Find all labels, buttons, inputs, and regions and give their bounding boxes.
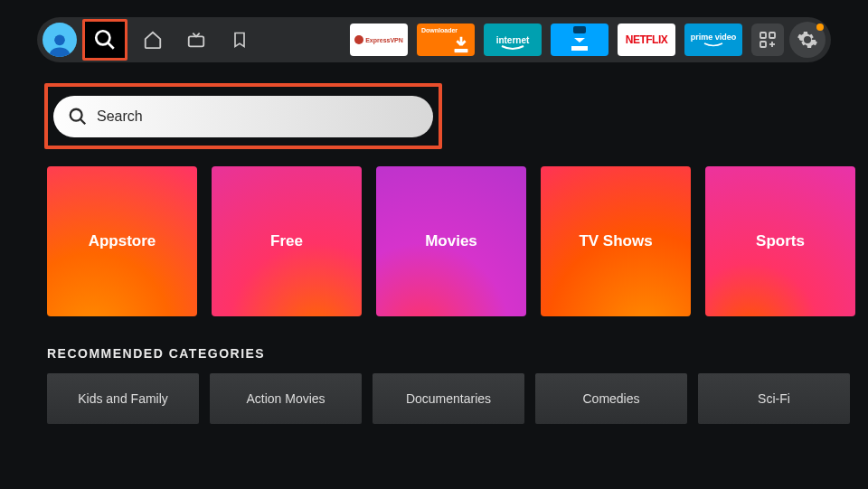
app-label: ExpressVPN xyxy=(365,37,403,43)
svg-line-14 xyxy=(80,118,86,124)
rec-label: Documentaries xyxy=(406,391,491,406)
svg-rect-8 xyxy=(760,33,766,38)
rec-label: Action Movies xyxy=(246,391,325,406)
svg-rect-10 xyxy=(760,42,766,47)
rec-label: Sci-Fi xyxy=(758,391,790,406)
app-label: NETFLIX xyxy=(626,33,668,46)
category-tiles-row: Appstore Free Movies TV Shows Sports xyxy=(47,166,855,316)
rec-documentaries[interactable]: Documentaries xyxy=(373,373,524,424)
tile-free[interactable]: Free xyxy=(212,166,362,316)
app-downloader[interactable]: Downloader xyxy=(417,24,475,56)
tile-label: Movies xyxy=(425,232,477,250)
recommended-header: RECOMMENDED CATEGORIES xyxy=(47,346,265,361)
svg-rect-9 xyxy=(769,33,775,38)
bookmark-icon[interactable] xyxy=(222,22,258,58)
svg-point-1 xyxy=(96,31,109,44)
tile-label: Appstore xyxy=(89,232,156,250)
search-icon xyxy=(68,107,88,127)
nav-search-highlighted[interactable] xyxy=(82,19,127,61)
profile-avatar[interactable] xyxy=(42,23,77,57)
search-input[interactable]: Search xyxy=(53,96,433,137)
rec-label: Comedies xyxy=(582,391,639,406)
svg-line-2 xyxy=(108,42,114,49)
tile-label: Sports xyxy=(756,232,805,250)
app-downloader-blue[interactable] xyxy=(551,24,609,56)
tile-sports[interactable]: Sports xyxy=(705,166,855,316)
tile-appstore[interactable]: Appstore xyxy=(47,166,197,316)
home-icon[interactable] xyxy=(135,22,171,58)
svg-point-0 xyxy=(54,35,65,46)
search-bar-highlight: Search xyxy=(44,83,442,149)
recommended-row: Kids and Family Action Movies Documentar… xyxy=(47,373,850,424)
live-tv-icon[interactable] xyxy=(178,22,214,58)
svg-rect-3 xyxy=(189,36,204,46)
tile-label: Free xyxy=(270,232,303,250)
rec-action-movies[interactable]: Action Movies xyxy=(210,373,362,424)
rec-comedies[interactable]: Comedies xyxy=(535,373,687,424)
search-placeholder: Search xyxy=(97,108,143,125)
app-label: Downloader xyxy=(421,27,458,33)
settings-button[interactable] xyxy=(789,22,826,58)
svg-point-4 xyxy=(354,35,363,44)
app-prime-video[interactable]: prime video xyxy=(684,24,742,56)
notification-dot xyxy=(816,24,824,31)
app-netflix[interactable]: NETFLIX xyxy=(618,24,675,56)
tile-label: TV Shows xyxy=(579,232,652,250)
rec-label: Kids and Family xyxy=(78,391,168,406)
app-label: prime video xyxy=(691,33,737,42)
tile-movies[interactable]: Movies xyxy=(376,166,526,316)
svg-rect-7 xyxy=(571,46,588,51)
svg-point-13 xyxy=(71,108,82,120)
svg-rect-5 xyxy=(455,50,468,52)
rec-kids-family[interactable]: Kids and Family xyxy=(47,373,199,424)
app-grid-button[interactable] xyxy=(751,24,784,56)
top-nav-bar: ExpressVPN Downloader internet NETFLIX p… xyxy=(37,17,831,62)
app-label: internet xyxy=(496,35,530,45)
app-expressvpn[interactable]: ExpressVPN xyxy=(350,24,408,56)
svg-rect-6 xyxy=(573,26,586,33)
tile-tvshows[interactable]: TV Shows xyxy=(541,166,691,316)
rec-scifi[interactable]: Sci-Fi xyxy=(698,373,850,424)
app-internet[interactable]: internet xyxy=(484,24,542,56)
